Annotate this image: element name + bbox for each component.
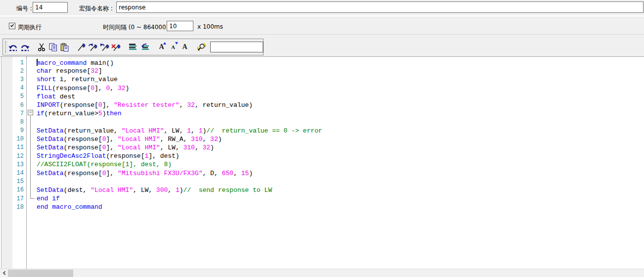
code-line[interactable]: 7−if(return_value>5)then xyxy=(0,109,644,118)
code-text: char response[32] xyxy=(37,67,102,75)
cut-button[interactable] xyxy=(36,41,47,53)
interval-label: 时间间隔 (0 ~ 864000) : xyxy=(103,23,172,32)
line-number: 9 xyxy=(0,127,25,134)
paste-button[interactable] xyxy=(59,41,71,53)
code-line[interactable]: 18end macro_command xyxy=(0,203,644,211)
line-number: 12 xyxy=(0,153,25,160)
code-line[interactable]: 16SetData(dest, "Local HMI", LW, 300, 1)… xyxy=(0,186,644,194)
fold-margin xyxy=(25,203,37,211)
code-text: SetData(return_value, "Local HMI", LW, 1… xyxy=(37,127,322,135)
line-number: 14 xyxy=(0,170,25,177)
fold-margin xyxy=(25,67,37,75)
bookmark-prev-icon xyxy=(100,43,110,51)
code-line[interactable]: 4FILL(response[0], 0, 32) xyxy=(0,84,644,92)
outdent-icon xyxy=(140,43,149,51)
clear-bookmarks-button[interactable] xyxy=(111,41,123,53)
code-line[interactable]: 2char response[32] xyxy=(0,67,644,75)
bookmark-flag-icon xyxy=(77,43,87,51)
paste-icon xyxy=(60,43,69,51)
code-line[interactable]: 6INPORT(response[0], "Resister tester", … xyxy=(0,101,644,109)
fold-margin[interactable]: − xyxy=(25,109,37,118)
line-number: 2 xyxy=(0,68,25,75)
header-bar: 编号 : 宏指令名称 : xyxy=(0,0,644,15)
checkmark-icon xyxy=(10,23,14,27)
interval-input[interactable] xyxy=(167,21,193,31)
previous-bookmark-button[interactable] xyxy=(99,41,111,53)
fold-margin xyxy=(25,75,37,84)
search-refresh-icon xyxy=(196,43,207,51)
code-text: SetData(response[0], "Local HMI", LW, 31… xyxy=(37,144,214,151)
code-editor[interactable]: 1macro_command main()2char response[32]3… xyxy=(0,57,644,269)
periodic-checkbox[interactable] xyxy=(9,23,15,29)
code-text: FILL(response[0], 0, 32) xyxy=(37,85,129,92)
periodic-label: 周期执行 xyxy=(18,23,42,32)
code-line[interactable]: 1macro_command main() xyxy=(0,58,644,67)
code-text: short i, return_value xyxy=(37,76,118,83)
undo-button[interactable] xyxy=(7,41,19,53)
indent-button[interactable] xyxy=(127,41,139,53)
code-text: StringDecAsc2Float(response[1], dest) xyxy=(37,152,180,160)
fold-margin xyxy=(25,186,37,194)
fold-margin xyxy=(25,118,37,126)
macro-name-input[interactable] xyxy=(116,1,644,13)
fold-margin xyxy=(25,135,37,143)
fold-margin xyxy=(25,143,37,152)
redo-button[interactable] xyxy=(19,41,31,53)
code-line[interactable]: 12StringDecAsc2Float(response[1], dest) xyxy=(0,152,644,160)
scrollbar-thumb[interactable] xyxy=(8,270,73,277)
code-line[interactable]: 8 xyxy=(0,118,644,126)
line-number: 1 xyxy=(0,59,25,66)
code-text: if(return_value>5)then xyxy=(37,110,122,117)
font-normal-icon: A xyxy=(182,43,187,51)
code-text: SetData(response[0], "Local HMI", RW_A, … xyxy=(37,136,222,143)
code-line[interactable]: 10SetData(response[0], "Local HMI", RW_A… xyxy=(0,135,644,143)
number-label: 编号 : xyxy=(16,4,32,13)
undo-icon xyxy=(8,43,18,51)
line-number: 5 xyxy=(0,93,25,100)
triangle-up-icon xyxy=(163,42,166,45)
fold-margin xyxy=(25,101,37,109)
font-decrease-button[interactable]: A xyxy=(167,41,179,53)
code-line[interactable]: 15 xyxy=(0,178,644,186)
copy-icon xyxy=(49,43,57,51)
code-line[interactable]: 11SetData(response[0], "Local HMI", LW, … xyxy=(0,143,644,152)
code-text: float dest xyxy=(37,93,75,100)
number-input[interactable] xyxy=(33,2,68,13)
code-text: end if xyxy=(37,195,60,202)
outdent-button[interactable] xyxy=(139,41,151,53)
interval-unit-label: x 100ms xyxy=(197,23,223,30)
line-number: 3 xyxy=(0,76,25,83)
code-line[interactable]: 14SetData(response[0], "Mitsubishi FX3U/… xyxy=(0,169,644,177)
macro-editor-window: 编号 : 宏指令名称 : 周期执行 时间间隔 (0 ~ 864000) : x … xyxy=(0,0,644,277)
code-line[interactable]: 5float dest xyxy=(0,92,644,101)
fold-toggle-icon[interactable]: − xyxy=(28,110,33,115)
fold-margin xyxy=(25,92,37,101)
code-line[interactable]: 3short i, return_value xyxy=(0,75,644,84)
chevron-left-icon xyxy=(2,271,6,275)
line-number: 10 xyxy=(0,136,25,142)
font-increase-button[interactable]: A xyxy=(156,41,168,53)
code-text: INPORT(response[0], "Resister tester", 3… xyxy=(37,101,253,109)
fold-margin xyxy=(25,160,37,169)
code-line[interactable]: 17end if xyxy=(0,194,644,203)
line-number: 4 xyxy=(0,85,25,92)
line-number: 18 xyxy=(0,204,25,211)
copy-button[interactable] xyxy=(47,41,59,53)
scroll-left-button[interactable] xyxy=(0,269,8,277)
line-number: 17 xyxy=(0,195,25,202)
code-line[interactable]: 13//ASCII2FLOAT(response[1], dest, 8) xyxy=(0,160,644,169)
line-number: 13 xyxy=(0,161,25,168)
code-text: macro_command main() xyxy=(37,59,114,67)
fold-margin xyxy=(25,152,37,160)
toggle-bookmark-button[interactable] xyxy=(76,41,88,53)
next-bookmark-button[interactable] xyxy=(88,41,99,53)
search-button[interactable] xyxy=(196,41,208,53)
toolbar-search-input[interactable] xyxy=(210,42,263,52)
cut-icon xyxy=(38,43,46,51)
code-text: SetData(dest, "Local HMI", LW, 300, 1)//… xyxy=(37,186,272,194)
font-decrease-icon: A xyxy=(171,44,175,50)
horizontal-scrollbar[interactable] xyxy=(0,269,644,277)
code-line[interactable]: 9SetData(return_value, "Local HMI", LW, … xyxy=(0,127,644,135)
font-normal-button[interactable]: A xyxy=(179,41,191,53)
line-number: 7 xyxy=(0,110,25,117)
